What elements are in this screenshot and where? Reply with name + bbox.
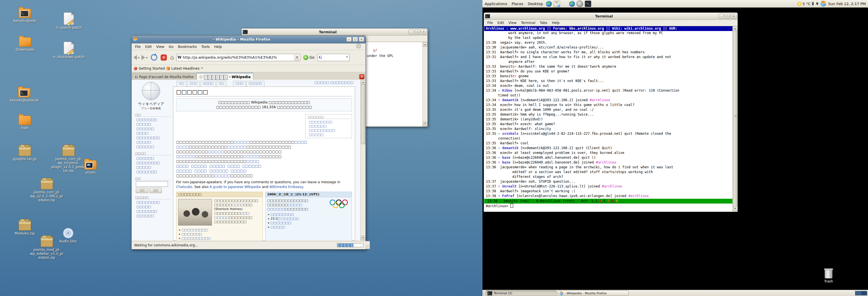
menu-item[interactable]: Help xyxy=(212,44,224,49)
wiki-link[interactable]: □□□□□□ xyxy=(135,126,171,131)
resize-grip[interactable] xyxy=(366,245,369,249)
wiki-link[interactable]: □□□□□□□□ xyxy=(135,136,171,140)
trash-icon[interactable]: Trash xyxy=(817,269,840,283)
desktop-icon-rc-shutdown-patch[interactable]: rc.shutdown-patch xyxy=(51,42,86,59)
gimp-launcher-icon[interactable] xyxy=(577,1,583,7)
browser-viewport[interactable]: ウィキペディア フリー百科事典 □□ □□□□□□□□□□□□□□□□□□□□□… xyxy=(132,80,365,240)
wiki-link[interactable]: □□□□□ xyxy=(135,140,171,145)
workspace-switcher[interactable] xyxy=(855,291,867,295)
back-button[interactable] xyxy=(133,55,141,60)
scroll-down-icon[interactable]: ▼ xyxy=(423,121,427,126)
taskbar-button-firefox[interactable]: - Wikipedia - Mozilla Firefox xyxy=(558,290,629,296)
wiki-go-button[interactable]: □□ xyxy=(136,188,148,193)
close-tab-button[interactable]: × xyxy=(359,74,364,79)
wiki-link[interactable]: □□□□□□□ xyxy=(135,170,171,174)
wiki-link[interactable]: □□□□□□□ xyxy=(271,221,291,225)
firefox-notification-icon[interactable] xyxy=(820,1,826,6)
wiki-link[interactable]: □□□□□□□□□□ xyxy=(182,237,211,240)
menu-item[interactable]: Edit xyxy=(495,20,506,25)
article-tab[interactable]: □□□ xyxy=(187,81,199,87)
close-button[interactable]: × xyxy=(421,30,426,34)
panel-menu[interactable]: Desktop xyxy=(526,2,545,6)
wiki-link[interactable]: A guide to Japanese Wikipedia xyxy=(210,185,261,189)
scroll-down-icon[interactable]: ▼ xyxy=(361,236,365,240)
wiki-link[interactable]: □□□□□ xyxy=(208,150,224,154)
bookmark-latest-headlines[interactable]: Latest Headlines xyxy=(166,66,203,70)
window-list-handle[interactable] xyxy=(483,291,485,295)
scrollbar-thumb[interactable] xyxy=(733,31,737,207)
wikipedia-logo[interactable]: ウィキペディア フリー百科事典 xyxy=(132,80,170,111)
wiki-link[interactable]: □□□□□□ xyxy=(267,207,285,211)
wiki-link[interactable]: □□□□□□ xyxy=(176,154,195,158)
desktop-icon-joomla-rc2-zip[interactable]: joomla_com_jd-wp_v2.0_1.0RC2_predator.zi… xyxy=(29,179,64,202)
wiki-link[interactable]: □□□□□ xyxy=(288,203,302,207)
menu-item[interactable]: View xyxy=(154,44,166,49)
home-icon[interactable]: ⌂ xyxy=(170,54,174,61)
wiki-link[interactable]: Chatsubo xyxy=(176,185,192,189)
menu-item[interactable]: Bookmarks xyxy=(176,44,199,49)
wiki-link[interactable]: □□□□□ xyxy=(214,174,230,178)
minimize-button[interactable]: – xyxy=(346,37,352,42)
desktop-icon-utram[interactable]: utram xyxy=(78,160,103,175)
wiki-link[interactable]: □□□ xyxy=(241,211,249,215)
menu-item[interactable]: Tools xyxy=(199,44,212,49)
wiki-link[interactable]: □□□□□ xyxy=(234,140,250,144)
wiki-link[interactable]: □□□□ xyxy=(176,145,189,149)
wiki-link[interactable]: □□□□□□□□ xyxy=(135,161,171,165)
wiki-link[interactable]: □□□□□□ xyxy=(135,214,171,218)
scroll-up-icon[interactable]: ▲ xyxy=(361,80,365,85)
wiki-link[interactable]: □□□□ xyxy=(246,159,259,163)
maximize-button[interactable]: □ xyxy=(415,30,420,34)
search-input[interactable]: G xyxy=(317,54,349,61)
desktop-icon-joomla-sidebar-zip[interactable]: joomla_mod_jd-wp_sidebar_v1.0_predator.z… xyxy=(29,237,64,260)
wiki-link[interactable]: □□□□ xyxy=(231,203,244,207)
wiki-search-button[interactable]: □□ xyxy=(149,188,162,193)
article-tab[interactable]: □□ xyxy=(177,81,186,87)
menu-item[interactable]: View xyxy=(506,20,519,25)
menu-item[interactable]: File xyxy=(485,20,495,25)
wiki-link[interactable]: □□□□□ xyxy=(307,132,350,137)
scrollbar[interactable]: ▲ ▼ xyxy=(423,42,427,126)
workspace-2[interactable] xyxy=(861,291,867,295)
forward-button[interactable] xyxy=(142,55,149,60)
menu-item[interactable]: File xyxy=(133,44,143,49)
bookmark-getting-started[interactable]: Getting Started xyxy=(134,66,165,70)
desktop-icon-liste[interactable]: liste xyxy=(12,116,37,130)
reload-icon[interactable] xyxy=(151,54,157,61)
wiki-link[interactable]: □□□□□□□□□ xyxy=(307,128,350,132)
irc-terminal-titlebar[interactable]: >_ Terminal – □ × xyxy=(484,13,738,20)
article-tab[interactable]: □□ xyxy=(216,81,226,87)
article-tab[interactable]: □□□□ xyxy=(200,81,216,87)
tab-mozilla-home[interactable]: G Page d'accueil de Mozilla Firefox xyxy=(132,73,196,81)
scroll-up-icon[interactable]: ▲ xyxy=(733,27,737,31)
irc-terminal-viewport[interactable]: Archlinux : www.archlinux.org || Forums:… xyxy=(484,26,737,211)
wiki-link[interactable]: □□□□□□□□□ xyxy=(182,228,208,232)
browser-launcher-icon[interactable] xyxy=(569,1,575,7)
wiki-link[interactable]: □□□□□□ xyxy=(135,156,171,161)
email-launcher-icon[interactable] xyxy=(554,1,560,7)
article-tab[interactable]: □□□□□ xyxy=(246,81,264,87)
article-tab[interactable]: □□□ xyxy=(233,81,245,87)
wiki-link[interactable]: □□□□□□□ xyxy=(135,118,171,122)
desktop-icon-benoitc-enki[interactable]: >_ benoitc@enki xyxy=(12,8,37,23)
desktop-icon-pysqlite[interactable]: pysqlite.tar.gz xyxy=(7,146,42,161)
menu-item[interactable]: Terminal xyxy=(519,20,538,25)
wiki-link[interactable]: □□□□□ xyxy=(135,122,171,126)
url-text[interactable]: http://ja.wikipedia.org/wiki/%E3%83%A1%E… xyxy=(183,55,293,59)
volume-icon[interactable] xyxy=(816,2,818,5)
panel-menu[interactable]: Places xyxy=(509,2,525,6)
panel-menu[interactable]: Applications xyxy=(483,2,509,6)
wiki-link[interactable]: □□□□□ □□□□ □□□□□□ □□□□□ xyxy=(176,169,247,173)
minimize-button[interactable]: – xyxy=(409,30,414,34)
maximize-button[interactable]: □ xyxy=(352,37,358,42)
close-button[interactable]: × xyxy=(731,14,736,19)
search-engine-dropdown-icon[interactable] xyxy=(346,56,348,59)
wiki-link[interactable]: □□□□□□□ xyxy=(182,232,202,236)
menu-item[interactable]: Edit xyxy=(143,44,154,49)
wiki-link[interactable]: □□□□ xyxy=(294,140,307,144)
url-bar[interactable]: W http://ja.wikipedia.org/wiki/%E3%83%A1… xyxy=(177,54,301,61)
wiki-link[interactable]: □□□□□ xyxy=(271,225,285,229)
scroll-up-icon[interactable]: ▲ xyxy=(423,42,427,47)
wiki-search-input[interactable] xyxy=(136,181,168,187)
wiki-link[interactable]: □□□□ □□□□□ □□□□□ □□□□ □□□□□□ xyxy=(176,164,261,168)
